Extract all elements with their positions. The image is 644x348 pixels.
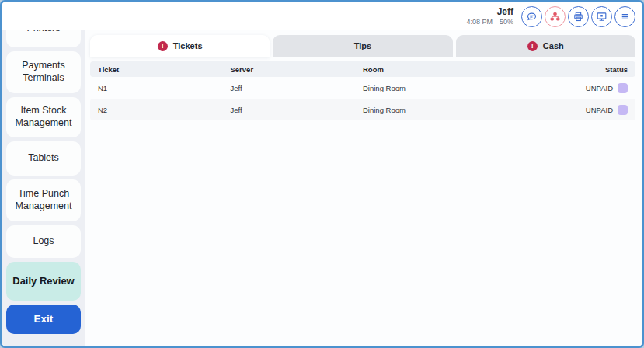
sidebar-item-printers[interactable]: Printers — [6, 30, 81, 47]
print-button[interactable] — [568, 6, 589, 27]
cell-status: UNPAID — [572, 105, 628, 115]
network-button[interactable] — [545, 6, 566, 27]
exit-button-label: Exit — [34, 313, 54, 326]
app-window: Jeff 4:08 PM 50% — [0, 0, 644, 348]
battery-label: 50% — [500, 18, 513, 26]
user-info: Jeff 4:08 PM 50% — [466, 7, 513, 26]
network-icon — [549, 11, 561, 23]
sidebar-item-time-punch-management[interactable]: Time Punch Management — [6, 179, 81, 221]
chat-icon — [526, 11, 538, 23]
tab-label: Tips — [354, 41, 371, 50]
tab-tips[interactable]: Tips — [273, 35, 452, 57]
sidebar-item-label: Printers — [26, 30, 60, 35]
alert-icon: ! — [158, 41, 168, 51]
sidebar-item-label: Tablets — [28, 152, 59, 165]
status-label: UNPAID — [586, 84, 613, 92]
sidebar-item-label: Daily Review — [12, 275, 75, 287]
status-toggle[interactable] — [618, 83, 628, 93]
cell-ticket: N2 — [98, 106, 231, 114]
sidebar-item-logs[interactable]: Logs — [6, 225, 81, 258]
status-divider — [496, 18, 496, 26]
sidebar-item-tablets[interactable]: Tablets — [6, 141, 81, 176]
cell-server: Jeff — [231, 106, 364, 114]
user-name: Jeff — [466, 7, 513, 18]
body: Printers Payments Terminals Item Stock M… — [2, 30, 642, 346]
menu-button[interactable] — [614, 6, 635, 27]
alert-icon: ! — [527, 41, 538, 51]
sidebar-item-item-stock-management[interactable]: Item Stock Management — [6, 97, 81, 137]
tab-label: Tickets — [173, 41, 203, 50]
sidebar-item-label: Time Punch Management — [9, 188, 78, 212]
sidebar-item-payments-terminals[interactable]: Payments Terminals — [6, 51, 81, 93]
table-row[interactable]: N1 Jeff Dining Room UNPAID — [90, 77, 635, 99]
column-header-server: Server — [231, 65, 364, 74]
tab-bar: ! Tickets Tips ! Cash — [90, 35, 635, 57]
cell-room: Dining Room — [363, 84, 572, 92]
column-header-room: Room — [363, 65, 572, 74]
sidebar-item-label: Logs — [33, 235, 54, 248]
table-row[interactable]: N2 Jeff Dining Room UNPAID — [90, 99, 635, 120]
exit-button[interactable]: Exit — [6, 304, 81, 334]
screen-share-icon — [596, 11, 607, 23]
column-header-ticket: Ticket — [98, 65, 231, 74]
screen-share-button[interactable] — [591, 6, 612, 27]
status-label: UNPAID — [586, 106, 613, 114]
cell-status: UNPAID — [572, 83, 628, 93]
tab-label: Cash — [543, 41, 564, 50]
top-header: Jeff 4:08 PM 50% — [2, 2, 642, 30]
sidebar-nav: Printers Payments Terminals Item Stock M… — [2, 30, 85, 346]
time-label: 4:08 PM — [466, 18, 493, 26]
main-panel: ! Tickets Tips ! Cash Ticket Server Room… — [85, 30, 642, 346]
cell-ticket: N1 — [98, 84, 231, 92]
column-header-status: Status — [572, 65, 628, 74]
tab-tickets[interactable]: ! Tickets — [90, 35, 270, 57]
chat-button[interactable] — [521, 6, 542, 27]
sidebar-item-daily-review[interactable]: Daily Review — [6, 262, 81, 301]
user-status: 4:08 PM 50% — [466, 18, 513, 26]
cell-room: Dining Room — [363, 106, 572, 114]
tab-cash[interactable]: ! Cash — [456, 35, 635, 57]
printer-icon — [573, 11, 584, 23]
cell-server: Jeff — [231, 84, 364, 92]
menu-icon — [619, 11, 631, 23]
sidebar-item-label: Item Stock Management — [9, 105, 78, 129]
tickets-table: Ticket Server Room Status N1 Jeff Dining… — [90, 61, 635, 120]
sidebar-item-label: Payments Terminals — [9, 60, 78, 84]
table-header-row: Ticket Server Room Status — [90, 61, 635, 77]
status-toggle[interactable] — [618, 105, 628, 115]
